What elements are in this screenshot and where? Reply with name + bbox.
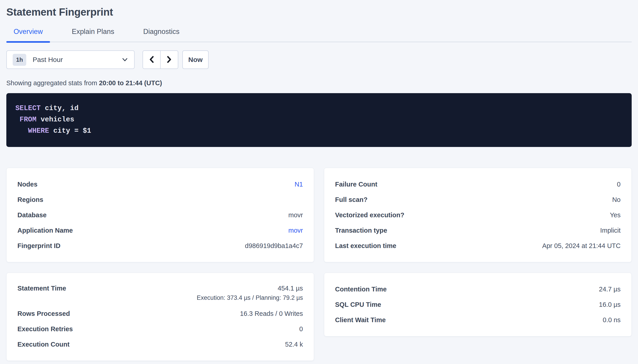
row-regions: Regions [18, 192, 303, 207]
stats-caption-prefix: Showing aggregated stats from [6, 79, 99, 86]
row-value: 0.0 ns [603, 316, 620, 324]
row-value: Apr 05, 2024 at 21:44 UTC [542, 242, 620, 250]
row-statement-time: Statement Time 454.1 µs Execution: 373.4… [18, 282, 303, 306]
statement-timings-card: Statement Time 454.1 µs Execution: 373.4… [6, 273, 314, 361]
row-value: 454.1 µs [278, 285, 303, 292]
row-subvalue: Execution: 373.4 µs / Planning: 79.2 µs [197, 294, 303, 301]
row-label: SQL CPU Time [335, 301, 381, 308]
row-label: Rows Processed [18, 310, 70, 318]
next-time-button[interactable] [161, 51, 178, 68]
tab-explain-plans[interactable]: Explain Plans [65, 26, 122, 42]
row-application-name: Application Name movr [18, 223, 303, 238]
row-label: Contention Time [335, 286, 387, 293]
application-name-link[interactable]: movr [288, 227, 303, 234]
row-label: Execution Count [18, 341, 70, 348]
row-value: 0 [299, 325, 303, 333]
tab-diagnostics[interactable]: Diagnostics [136, 26, 187, 42]
row-last-execution-time: Last execution time Apr 05, 2024 at 21:4… [335, 238, 620, 254]
row-label: Transaction type [335, 227, 387, 234]
row-value: Yes [610, 212, 620, 219]
row-value: movr [288, 212, 303, 219]
row-vectorized-execution: Vectorized execution? Yes [335, 207, 620, 223]
stats-caption-range: 20:00 to 21:44 (UTC) [99, 79, 162, 86]
row-value: 52.4 k [285, 341, 303, 348]
prev-time-button[interactable] [143, 51, 160, 68]
row-value: Implicit [600, 227, 620, 234]
sql-statement: SELECT city, id FROM vehicles WHERE city… [16, 103, 622, 136]
row-value: No [612, 196, 620, 204]
row-label: Vectorized execution? [335, 212, 404, 219]
row-label: Database [18, 212, 47, 219]
row-value: d986919d9ba1a4c7 [245, 242, 303, 250]
row-execution-count: Execution Count 52.4 k [18, 337, 303, 352]
time-range-badge: 1h [13, 54, 26, 66]
row-label: Statement Time [18, 285, 66, 292]
row-label: Execution Retries [18, 325, 73, 333]
stats-cards-grid: Nodes N1 Regions Database movr Applicati… [6, 168, 632, 361]
tab-bar: Overview Explain Plans Diagnostics [6, 26, 632, 42]
row-label: Application Name [18, 227, 73, 234]
row-label: Fingerprint ID [18, 242, 61, 250]
row-execution-retries: Execution Retries 0 [18, 321, 303, 337]
time-range-label: Past Hour [33, 56, 63, 64]
statement-details-card: Nodes N1 Regions Database movr Applicati… [6, 168, 314, 262]
row-value: 24.7 µs [599, 286, 620, 293]
row-value: 16.0 µs [599, 301, 620, 308]
row-sql-cpu-time: SQL CPU Time 16.0 µs [335, 297, 620, 312]
tab-overview[interactable]: Overview [6, 26, 50, 42]
row-rows-processed: Rows Processed 16.3 Reads / 0 Writes [18, 306, 303, 321]
statement-time-values: 454.1 µs Execution: 373.4 µs / Planning:… [197, 285, 303, 301]
row-transaction-type: Transaction type Implicit [335, 223, 620, 238]
execution-attributes-card: Failure Count 0 Full scan? No Vectorized… [324, 168, 632, 262]
row-label: Nodes [18, 181, 38, 188]
row-label: Last execution time [335, 242, 396, 250]
row-value: 0 [617, 181, 620, 188]
row-value: 16.3 Reads / 0 Writes [240, 310, 303, 318]
wait-times-card: Contention Time 24.7 µs SQL CPU Time 16.… [324, 273, 632, 336]
chevron-right-icon [166, 55, 172, 65]
row-database: Database movr [18, 207, 303, 223]
row-nodes: Nodes N1 [18, 176, 303, 192]
nodes-link[interactable]: N1 [295, 181, 303, 188]
time-shift-control [143, 50, 178, 69]
row-label: Full scan? [335, 196, 367, 204]
now-button[interactable]: Now [182, 50, 209, 69]
chevron-down-icon [122, 57, 128, 62]
row-label: Regions [18, 196, 43, 204]
row-label: Client Wait Time [335, 316, 386, 324]
page-title: Statement Fingerprint [6, 6, 632, 18]
time-controls: 1h Past Hour [6, 50, 632, 69]
sql-statement-box: SELECT city, id FROM vehicles WHERE city… [6, 93, 632, 147]
row-client-wait-time: Client Wait Time 0.0 ns [335, 312, 620, 328]
time-range-dropdown[interactable]: 1h Past Hour [6, 50, 135, 69]
row-fingerprint-id: Fingerprint ID d986919d9ba1a4c7 [18, 238, 303, 254]
row-contention-time: Contention Time 24.7 µs [335, 282, 620, 297]
row-label: Failure Count [335, 181, 377, 188]
statement-fingerprint-page: Statement Fingerprint Overview Explain P… [0, 6, 638, 361]
aggregated-stats-caption: Showing aggregated stats from 20:00 to 2… [6, 79, 632, 87]
chevron-left-icon [148, 55, 155, 65]
row-full-scan: Full scan? No [335, 192, 620, 207]
row-failure-count: Failure Count 0 [335, 176, 620, 192]
